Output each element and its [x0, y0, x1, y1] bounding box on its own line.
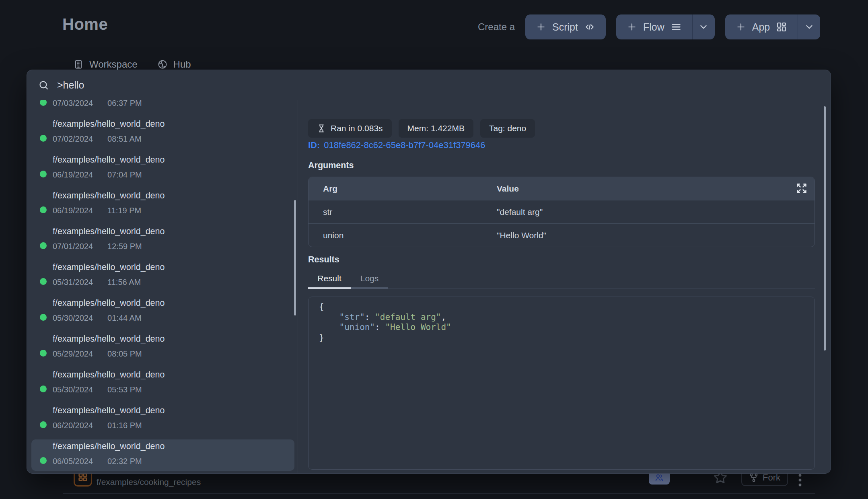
run-id-label: ID:	[308, 140, 320, 151]
run-meta: 07/01/2024 12:59 PM	[53, 241, 294, 251]
kebab-menu-icon[interactable]	[798, 472, 802, 489]
arguments-table-row: union "Hello World"	[309, 223, 815, 247]
run-date: 07/03/2024	[53, 100, 93, 108]
run-list-item[interactable]: f/examples/hello_world_deno 05/29/2024 0…	[31, 332, 294, 363]
modal-body: f/examples/hello_world_deno 07/03/2024 0…	[27, 100, 831, 473]
status-success-dot	[40, 278, 47, 285]
run-time: 02:32 PM	[107, 456, 142, 466]
search-icon	[38, 80, 49, 91]
background-table-border-right	[826, 493, 826, 499]
run-id-row: ID: 018fe862-8c62-65e8-b7f7-04e31f379646	[308, 140, 815, 151]
flow-list-icon	[671, 21, 682, 33]
run-badge: Tag: deno	[480, 119, 535, 138]
run-date: 06/20/2024	[53, 421, 93, 430]
hourglass-icon	[317, 124, 326, 133]
run-date: 05/29/2024	[53, 349, 93, 359]
run-time: 01:16 PM	[107, 421, 142, 430]
run-meta: 06/19/2024 07:04 PM	[53, 170, 294, 179]
tab-logs[interactable]: Logs	[351, 274, 388, 289]
fork-button-label: Fork	[763, 472, 780, 483]
run-badges: Ran in 0.083s Mem: 1.422MB Tag: deno	[308, 119, 815, 138]
run-id-value[interactable]: 018fe862-8c62-65e8-b7f7-04e31f379646	[324, 140, 485, 151]
run-list-item[interactable]: f/examples/hello_world_deno 07/01/2024 1…	[31, 225, 294, 256]
run-meta: 07/03/2024 06:37 PM	[53, 100, 294, 108]
run-list-item[interactable]: f/examples/hello_world_deno 07/03/2024 0…	[31, 100, 294, 113]
run-list-item[interactable]: f/examples/hello_world_deno 05/30/2024 0…	[31, 296, 294, 328]
run-list-item[interactable]: f/examples/hello_world_deno 06/05/2024 0…	[31, 439, 294, 471]
create-app-button-group: App	[725, 14, 820, 39]
plus-icon	[736, 22, 746, 32]
column-header-arg: Arg	[309, 184, 497, 194]
run-date: 05/30/2024	[53, 385, 93, 394]
result-json-viewer: { "str": "default arg", "union": "Hello …	[308, 297, 815, 470]
run-meta: 06/19/2024 11:19 PM	[53, 206, 294, 215]
run-time: 08:51 AM	[107, 134, 142, 144]
tab-hub[interactable]: Hub	[158, 59, 191, 70]
run-date: 06/05/2024	[53, 456, 93, 466]
create-app-dropdown[interactable]	[798, 14, 820, 39]
create-flow-dropdown[interactable]	[692, 14, 715, 39]
arguments-section-label: Arguments	[308, 161, 815, 169]
screen: Home Create a Script Flow	[0, 0, 868, 499]
run-time: 05:53 PM	[107, 385, 142, 394]
globe-icon	[158, 60, 167, 69]
detail-scrollbar[interactable]	[824, 106, 826, 351]
run-list-item[interactable]: f/examples/hello_world_deno 06/20/2024 0…	[31, 404, 294, 435]
run-time: 08:05 PM	[107, 349, 142, 359]
command-palette-modal: f/examples/hello_world_deno 07/03/2024 0…	[27, 70, 831, 474]
run-list-item[interactable]: f/examples/hello_world_deno 05/31/2024 1…	[31, 260, 294, 292]
tab-result[interactable]: Result	[308, 274, 351, 289]
expand-icon[interactable]	[796, 183, 807, 194]
search-input[interactable]	[57, 79, 819, 91]
run-date: 07/01/2024	[53, 241, 93, 251]
create-script-label: Script	[552, 21, 578, 33]
status-success-dot	[40, 421, 47, 428]
run-list-item[interactable]: f/examples/hello_world_deno 06/19/2024 0…	[31, 153, 294, 184]
run-meta: 06/20/2024 01:16 PM	[53, 421, 294, 430]
run-meta: 05/30/2024 01:44 AM	[53, 313, 294, 323]
run-detail-content: Ran in 0.083s Mem: 1.422MB Tag: deno ID:…	[308, 119, 815, 470]
arguments-table-header: Arg Value	[309, 177, 815, 200]
run-path: f/examples/hello_world_deno	[53, 225, 294, 236]
background-row-path: f/examples/cooking_recipes	[97, 477, 201, 487]
run-badge-label: Mem: 1.422MB	[407, 124, 465, 133]
building-icon	[74, 60, 83, 69]
run-list-scrollbar[interactable]	[294, 200, 296, 315]
view-tabs: Workspace Hub	[74, 59, 191, 70]
create-app-button[interactable]: App	[725, 14, 798, 39]
run-date: 07/02/2024	[53, 134, 93, 144]
status-success-dot	[40, 100, 47, 106]
run-meta: 05/29/2024 08:05 PM	[53, 349, 294, 359]
results-tabs: Result Logs	[308, 271, 815, 289]
create-script-button[interactable]: Script	[525, 14, 606, 39]
run-date: 06/19/2024	[53, 170, 93, 179]
arg-value-cell: "default arg"	[497, 207, 543, 217]
users-icon	[654, 473, 664, 483]
run-path: f/examples/hello_world_deno	[53, 439, 294, 451]
git-fork-icon	[749, 473, 759, 483]
run-path: f/examples/hello_world_deno	[53, 332, 294, 344]
run-list-item[interactable]: f/examples/hello_world_deno 05/30/2024 0…	[31, 368, 294, 399]
arguments-table: Arg Value str "default arg" union "Hello…	[308, 177, 815, 247]
page-title: Home	[62, 15, 108, 33]
background-row-divider	[63, 493, 815, 494]
run-path: f/examples/hello_world_deno	[53, 368, 294, 379]
results-section-label: Results	[308, 255, 815, 264]
run-date: 06/19/2024	[53, 206, 93, 215]
run-list-item[interactable]: f/examples/hello_world_deno 06/19/2024 1…	[31, 189, 294, 220]
run-list-pane: f/examples/hello_world_deno 07/03/2024 0…	[27, 100, 298, 473]
arguments-table-row: str "default arg"	[309, 200, 815, 223]
run-time: 11:19 PM	[107, 206, 141, 215]
run-list: f/examples/hello_world_deno 07/03/2024 0…	[27, 100, 298, 471]
run-badge-label: Tag: deno	[489, 124, 526, 133]
chevron-down-icon	[698, 22, 709, 32]
run-meta: 05/30/2024 05:53 PM	[53, 385, 294, 394]
status-success-dot	[40, 206, 47, 213]
create-flow-label: Flow	[643, 21, 664, 33]
create-script-main[interactable]: Script	[525, 14, 606, 39]
run-path: f/examples/hello_world_deno	[53, 117, 294, 129]
run-detail-pane: Ran in 0.083s Mem: 1.422MB Tag: deno ID:…	[298, 100, 831, 473]
create-flow-button[interactable]: Flow	[616, 14, 692, 39]
tab-workspace[interactable]: Workspace	[74, 59, 138, 70]
run-list-item[interactable]: f/examples/hello_world_deno 07/02/2024 0…	[31, 117, 294, 148]
